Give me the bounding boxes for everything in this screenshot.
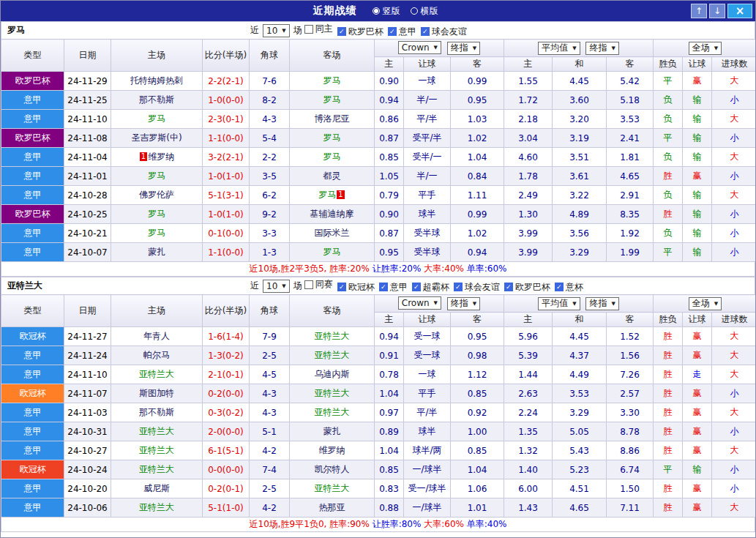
score-link[interactable]: 1-3(0-2) bbox=[203, 346, 250, 365]
scope-select[interactable]: 全场▼ bbox=[689, 42, 722, 55]
away-team-link[interactable]: 热那亚 bbox=[319, 502, 345, 512]
score-link[interactable]: 5-1(1-0) bbox=[203, 498, 250, 518]
score-link[interactable]: 1-6(1-4) bbox=[203, 327, 250, 346]
checked-checkbox-icon[interactable]: ✓ bbox=[421, 27, 430, 36]
bookmaker-select[interactable]: Crown▼ bbox=[398, 41, 441, 54]
filter-checkbox[interactable]: 同主 bbox=[304, 23, 333, 35]
checked-checkbox-icon[interactable]: ✓ bbox=[504, 283, 513, 291]
scope-select[interactable]: 全场▼ bbox=[689, 297, 722, 310]
home-team-link[interactable]: 亚特兰大 bbox=[139, 445, 174, 455]
bookmaker-select[interactable]: Crown▼ bbox=[398, 296, 441, 310]
score-link[interactable]: 0-0(0-0) bbox=[203, 460, 250, 479]
filter-checkbox[interactable]: ✓欧冠杯 bbox=[337, 281, 375, 294]
unchecked-checkbox-icon[interactable] bbox=[304, 280, 313, 289]
score-link[interactable]: 3-2(2-1) bbox=[203, 148, 250, 167]
home-team-link[interactable]: 亚特兰大 bbox=[139, 502, 174, 512]
checked-checkbox-icon[interactable]: ✓ bbox=[454, 283, 463, 291]
euro-odds-time-select[interactable]: 终指▼ bbox=[585, 297, 618, 310]
score-link[interactable]: 0-3(0-2) bbox=[203, 403, 250, 422]
away-team-link[interactable]: 亚特兰大 bbox=[315, 331, 350, 341]
close-button[interactable]: × bbox=[727, 4, 752, 18]
filter-checkbox[interactable]: ✓意甲 bbox=[388, 26, 416, 38]
score-link[interactable]: 0-1(0-0) bbox=[203, 224, 250, 243]
filter-checkbox[interactable]: 同赛 bbox=[304, 278, 333, 291]
radio-unselected-icon[interactable] bbox=[411, 7, 418, 15]
away-team-link[interactable]: 罗马 bbox=[323, 75, 341, 86]
home-team-link[interactable]: 托特纳姆热刺 bbox=[130, 75, 183, 86]
checked-checkbox-icon[interactable]: ✓ bbox=[412, 283, 421, 291]
score-link[interactable]: 1-1(0-0) bbox=[203, 129, 250, 148]
score-link[interactable]: 2-1(0-1) bbox=[203, 365, 250, 384]
away-team-link[interactable]: 乌迪内斯 bbox=[315, 369, 350, 379]
checked-checkbox-icon[interactable]: ✓ bbox=[388, 27, 397, 36]
score-link[interactable]: 0-2(0-1) bbox=[203, 479, 250, 498]
euro-odds-source-select[interactable]: 平均值▼ bbox=[538, 297, 580, 310]
home-team-link[interactable]: 亚特兰大 bbox=[139, 369, 174, 379]
away-team-link[interactable]: 罗马 bbox=[323, 94, 341, 105]
home-team-link[interactable]: 帕尔马 bbox=[143, 350, 170, 360]
radio-vertical-layout[interactable]: 竖版 bbox=[373, 5, 400, 18]
score-link[interactable]: 5-1(3-1) bbox=[203, 186, 250, 205]
away-team-link[interactable]: 蒙扎 bbox=[323, 426, 341, 436]
filter-checkbox[interactable]: ✓欧罗巴杯 bbox=[337, 26, 383, 38]
away-team-link[interactable]: 基辅迪纳摩 bbox=[310, 209, 354, 219]
home-team-link[interactable]: 佛罗伦萨 bbox=[139, 190, 174, 200]
away-team-link[interactable]: 博洛尼亚 bbox=[315, 113, 350, 124]
euro-odds-source-select[interactable]: 平均值▼ bbox=[538, 42, 580, 55]
away-team-link[interactable]: 国际米兰 bbox=[315, 228, 350, 238]
filter-checkbox[interactable]: ✓球会友谊 bbox=[454, 281, 500, 294]
checked-checkbox-icon[interactable]: ✓ bbox=[379, 283, 388, 291]
move-down-button[interactable]: ↓ bbox=[709, 4, 725, 18]
score-link[interactable]: 6-1(5-1) bbox=[203, 441, 250, 460]
move-up-button[interactable]: ↑ bbox=[691, 4, 707, 18]
home-team-link[interactable]: 维罗纳 bbox=[148, 152, 174, 162]
score-link[interactable]: 2-3(0-1) bbox=[203, 110, 250, 129]
home-team-link[interactable]: 罗马 bbox=[148, 209, 165, 219]
home-team-link[interactable]: 罗马 bbox=[148, 113, 165, 124]
home-team-link[interactable]: 圣吉罗斯(中) bbox=[131, 132, 181, 143]
away-team-link[interactable]: 维罗纳 bbox=[319, 445, 345, 455]
home-team-link[interactable]: 那不勒斯 bbox=[139, 94, 174, 105]
home-team-link[interactable]: 罗马 bbox=[148, 228, 165, 238]
home-team-link[interactable]: 蒙扎 bbox=[148, 247, 165, 257]
home-team-link[interactable]: 那不勒斯 bbox=[139, 407, 174, 417]
filter-checkbox[interactable]: ✓意甲 bbox=[379, 281, 408, 294]
filter-checkbox[interactable]: ✓欧罗巴杯 bbox=[504, 281, 550, 294]
away-team-link[interactable]: 亚特兰大 bbox=[315, 350, 350, 360]
away-team-link[interactable]: 凯尔特人 bbox=[315, 464, 350, 474]
match-count-select[interactable]: 10▼ bbox=[263, 24, 290, 37]
filter-checkbox[interactable]: ✓意杯 bbox=[555, 281, 583, 294]
filter-checkbox[interactable]: ✓球会友谊 bbox=[421, 26, 467, 38]
away-team-link[interactable]: 罗马 bbox=[323, 132, 341, 143]
asian-odds-time-select[interactable]: 终指▼ bbox=[447, 42, 480, 55]
away-team-link[interactable]: 罗马 bbox=[323, 247, 341, 257]
home-team-link[interactable]: 罗马 bbox=[148, 171, 165, 181]
match-count-select[interactable]: 10▼ bbox=[263, 280, 290, 293]
score-link[interactable]: 2-0(0-0) bbox=[203, 422, 250, 441]
unchecked-checkbox-icon[interactable] bbox=[304, 25, 313, 34]
checked-checkbox-icon[interactable]: ✓ bbox=[337, 283, 346, 291]
checked-checkbox-icon[interactable]: ✓ bbox=[555, 283, 564, 291]
euro-odds-time-select[interactable]: 终指▼ bbox=[585, 42, 618, 55]
away-team-link[interactable]: 亚特兰大 bbox=[315, 388, 350, 398]
score-link[interactable]: 1-1(0-0) bbox=[203, 243, 250, 262]
home-team-link[interactable]: 亚特兰大 bbox=[139, 464, 174, 474]
home-team-link[interactable]: 威尼斯 bbox=[143, 483, 170, 493]
away-team-link[interactable]: 罗马 bbox=[323, 152, 341, 162]
score-link[interactable]: 2-2(2-1) bbox=[203, 72, 250, 91]
checked-checkbox-icon[interactable]: ✓ bbox=[337, 27, 346, 36]
away-team-link[interactable]: 罗马 bbox=[318, 190, 336, 200]
radio-selected-icon[interactable] bbox=[373, 7, 380, 15]
away-team-link[interactable]: 亚特兰大 bbox=[315, 407, 350, 417]
score-link[interactable]: 1-0(1-0) bbox=[203, 205, 250, 224]
score-link[interactable]: 1-0(1-0) bbox=[203, 167, 250, 186]
away-team-link[interactable]: 亚特兰大 bbox=[315, 483, 350, 493]
asian-odds-time-select[interactable]: 终指▼ bbox=[447, 297, 480, 310]
home-team-link[interactable]: 亚特兰大 bbox=[139, 426, 174, 436]
score-link[interactable]: 0-2(0-0) bbox=[203, 384, 250, 403]
filter-checkbox[interactable]: ✓超霸杯 bbox=[412, 281, 449, 294]
radio-horizontal-layout[interactable]: 横版 bbox=[411, 5, 438, 18]
home-team-link[interactable]: 年青人 bbox=[143, 331, 170, 341]
score-link[interactable]: 1-0(0-0) bbox=[203, 91, 250, 110]
home-team-link[interactable]: 斯图加特 bbox=[139, 388, 174, 398]
